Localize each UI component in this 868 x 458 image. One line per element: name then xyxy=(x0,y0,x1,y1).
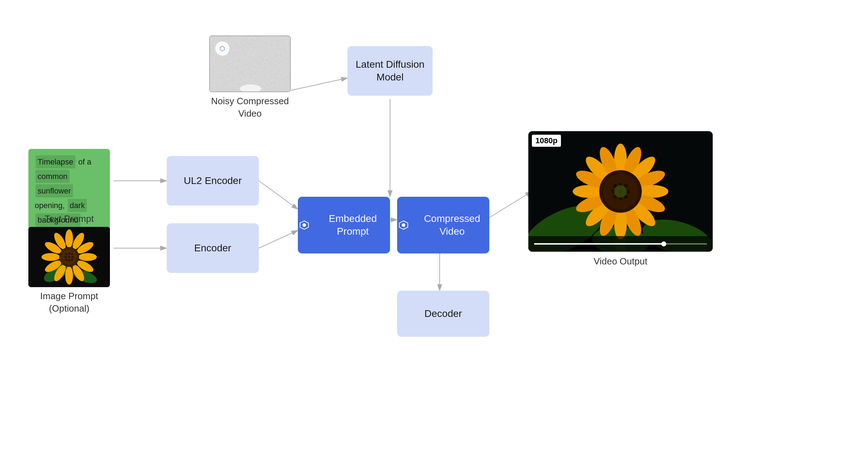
embedded-prompt-icon xyxy=(298,219,311,231)
progress-thumb xyxy=(661,241,666,246)
decoder-label: Decoder xyxy=(424,307,462,320)
progress-fill xyxy=(534,243,664,245)
svg-point-26 xyxy=(71,259,73,261)
svg-point-4 xyxy=(65,229,73,248)
embedded-prompt-label: Embedded Prompt xyxy=(316,212,390,238)
svg-point-19 xyxy=(68,252,70,255)
video-progress-bar xyxy=(528,236,713,252)
embedded-prompt-inner: Embedded Prompt xyxy=(298,212,390,238)
encoder-label: Encoder xyxy=(194,242,231,255)
svg-text:⬡: ⬡ xyxy=(219,45,225,52)
word-common: common xyxy=(35,170,69,183)
embedded-prompt-box: Embedded Prompt xyxy=(298,197,390,253)
word-dark: dark xyxy=(68,199,87,212)
encoder-box: Encoder xyxy=(167,223,259,273)
svg-point-20 xyxy=(71,253,73,255)
svg-point-23 xyxy=(72,256,74,258)
video-frame xyxy=(528,131,713,252)
word-of-a: of a xyxy=(78,157,91,166)
embedded-prompt-text: Embedded Prompt xyxy=(316,212,390,238)
latent-diffusion-label: Latent Diffusion Model xyxy=(347,58,433,84)
compressed-video-box: Compressed Video xyxy=(397,197,489,253)
svg-point-18 xyxy=(65,253,67,255)
diagram-container: Timelapse of a common sunflower opening,… xyxy=(0,0,868,458)
svg-point-34 xyxy=(302,223,306,227)
progress-track xyxy=(534,243,707,245)
svg-point-22 xyxy=(68,256,70,258)
compressed-video-inner: Compressed Video xyxy=(397,212,489,238)
svg-point-21 xyxy=(65,256,67,258)
compressed-video-text: Compressed Video xyxy=(415,212,489,238)
image-prompt-label: Image Prompt(Optional) xyxy=(28,290,110,315)
arrow-encoder-to-embedded xyxy=(259,230,298,248)
arrow-ul2-to-embedded xyxy=(259,181,298,209)
video-output-box: 1080p xyxy=(528,131,713,252)
text-prompt-label: Text Prompt xyxy=(28,213,110,225)
arrow-noisy-to-latent xyxy=(291,78,347,90)
svg-point-10 xyxy=(65,266,73,285)
ul2-encoder-box: UL2 Encoder xyxy=(167,156,259,206)
latent-diffusion-box: Latent Diffusion Model xyxy=(347,46,433,96)
noisy-video-label: Noisy CompressedVideo xyxy=(209,95,291,120)
svg-point-24 xyxy=(65,259,67,261)
word-opening: opening, xyxy=(35,201,65,210)
image-prompt-box xyxy=(28,227,110,287)
compressed-video-label: Compressed Video xyxy=(415,212,489,238)
compressed-video-icon xyxy=(397,219,410,231)
word-sunflower: sunflower xyxy=(35,184,73,197)
video-output-label: Video Output xyxy=(528,255,713,268)
arrow-compressed-to-output xyxy=(486,191,532,220)
svg-point-13 xyxy=(41,253,60,261)
noisy-video-image: ⬡ xyxy=(210,36,291,92)
svg-point-36 xyxy=(402,223,405,227)
ul2-encoder-label: UL2 Encoder xyxy=(184,174,241,187)
noisy-video-box: ⬡ xyxy=(209,35,291,92)
word-timelapse: Timelapse xyxy=(35,155,76,168)
svg-point-70 xyxy=(614,185,627,198)
svg-point-25 xyxy=(68,259,70,262)
svg-point-7 xyxy=(78,253,97,261)
video-badge-1080p: 1080p xyxy=(532,135,561,147)
sunflower-image xyxy=(28,227,110,287)
decoder-box: Decoder xyxy=(397,291,489,337)
